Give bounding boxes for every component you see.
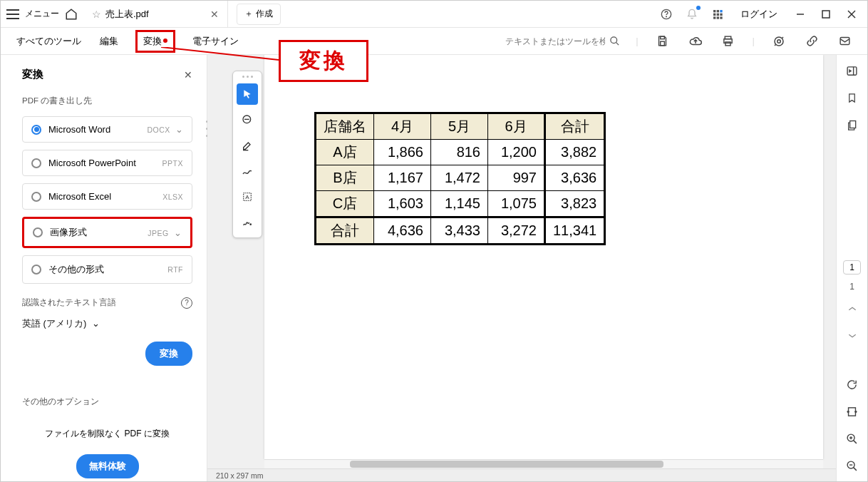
svg-point-1 — [666, 16, 667, 16]
language-label: 認識されたテキスト言語 — [22, 297, 116, 309]
help-icon[interactable] — [656, 4, 676, 24]
svg-rect-17 — [661, 36, 665, 39]
status-bar: 210 x 297 mm — [207, 468, 836, 481]
pages-icon[interactable] — [842, 115, 862, 135]
pointer-tool-icon[interactable] — [237, 83, 258, 105]
table-total-row: 合計 4,636 3,433 3,272 11,341 — [316, 217, 605, 245]
export-option-excel[interactable]: Microsoft Excel XLSX — [22, 183, 192, 210]
notification-bell-icon[interactable] — [682, 4, 702, 24]
svg-point-31 — [250, 224, 251, 225]
highlight-tool-icon[interactable] — [237, 135, 258, 156]
radio-icon — [33, 227, 43, 237]
callout-connector-line — [161, 47, 279, 68]
comment-tool-icon[interactable] — [237, 109, 258, 130]
link-icon[interactable] — [803, 33, 820, 50]
search-field[interactable] — [505, 36, 620, 46]
home-icon[interactable] — [65, 8, 78, 21]
svg-point-15 — [611, 37, 617, 43]
horizontal-scrollbar[interactable] — [264, 459, 823, 468]
current-page-indicator[interactable]: 1 — [843, 260, 861, 275]
fit-width-icon[interactable] — [842, 401, 862, 421]
svg-rect-9 — [717, 16, 719, 19]
bookmark-icon[interactable] — [842, 88, 862, 108]
page-up-icon[interactable] — [842, 299, 862, 319]
trial-button[interactable]: 無料体験 — [76, 454, 139, 478]
svg-line-41 — [854, 467, 857, 470]
pdf-page[interactable]: 店舗名 4月 5月 6月 合計 A店 1,866 816 1,200 3,882 — [264, 55, 823, 459]
document-viewer: 店舗名 4月 5月 6月 合計 A店 1,866 816 1,200 3,882 — [207, 55, 836, 481]
export-option-other[interactable]: その他の形式 RTF — [22, 255, 192, 284]
sales-table: 店舗名 4月 5月 6月 合計 A店 1,866 816 1,200 3,882 — [314, 112, 606, 245]
new-tab-button[interactable]: ＋ 作成 — [237, 4, 281, 25]
export-option-word[interactable]: Microsoft Word DOCX ⌄ — [22, 116, 192, 143]
save-icon[interactable] — [654, 33, 671, 50]
svg-rect-6 — [717, 13, 719, 15]
menu-label[interactable]: メニュー — [25, 8, 59, 20]
login-button[interactable]: ログイン — [733, 5, 785, 24]
print-icon[interactable] — [720, 33, 737, 50]
svg-text:A: A — [245, 194, 249, 200]
ai-assistant-icon[interactable] — [770, 33, 787, 50]
drag-handle-icon[interactable] — [242, 76, 253, 78]
trial-text: ファイルを制限なく PDF に変換 — [22, 428, 192, 440]
callout-dot — [163, 39, 167, 43]
table-header-row: 店舗名 4月 5月 6月 合計 — [316, 113, 605, 140]
search-input[interactable] — [505, 36, 605, 46]
share-icon[interactable] — [836, 33, 853, 50]
zoom-out-icon[interactable] — [842, 456, 862, 476]
new-tab-label: 作成 — [256, 8, 273, 20]
text-select-tool-icon[interactable]: A — [237, 186, 258, 207]
right-sidebar: 1 1 — [836, 55, 867, 481]
svg-rect-2 — [713, 10, 715, 12]
svg-rect-7 — [720, 13, 722, 15]
svg-rect-4 — [720, 10, 722, 12]
rotate-icon[interactable] — [842, 374, 862, 394]
table-row: C店 1,603 1,145 1,075 3,823 — [316, 191, 605, 217]
zoom-in-icon[interactable] — [842, 429, 862, 448]
tab-title: 売上表.pdf — [105, 8, 149, 21]
tab-edit[interactable]: 編集 — [98, 32, 120, 51]
svg-rect-18 — [661, 41, 665, 46]
svg-point-23 — [777, 39, 781, 43]
help-circle-icon[interactable]: ? — [181, 297, 192, 309]
convert-button[interactable]: 変換 — [145, 342, 192, 366]
panel-toggle-icon[interactable] — [842, 61, 862, 81]
total-pages: 1 — [849, 282, 854, 292]
page-dimensions: 210 x 297 mm — [216, 471, 264, 480]
chevron-down-icon: ⌄ — [175, 124, 183, 135]
hamburger-menu[interactable] — [6, 9, 19, 19]
svg-rect-8 — [713, 16, 715, 19]
svg-rect-3 — [717, 10, 719, 12]
convert-panel: 変換 ✕ PDF の書き出し先 Microsoft Word DOCX ⌄ Mi… — [1, 55, 207, 481]
tab-all-tools[interactable]: すべてのツール — [15, 32, 83, 51]
svg-line-37 — [854, 440, 857, 443]
language-dropdown[interactable]: 英語 (アメリカ) ⌄ — [22, 317, 192, 330]
plus-icon: ＋ — [244, 8, 253, 20]
scrollbar-thumb[interactable] — [350, 461, 663, 468]
page-down-icon[interactable] — [842, 326, 862, 346]
other-options-label[interactable]: その他のオプション — [22, 396, 192, 408]
svg-line-25 — [161, 47, 279, 60]
table-row: B店 1,167 1,472 997 3,636 — [316, 165, 605, 191]
panel-title: 変換 — [22, 68, 43, 81]
draw-tool-icon[interactable] — [237, 160, 258, 182]
svg-rect-35 — [849, 407, 856, 415]
search-icon[interactable] — [609, 36, 620, 46]
star-icon[interactable]: ☆ — [92, 9, 101, 20]
document-tab[interactable]: ☆ 売上表.pdf ✕ — [83, 1, 228, 28]
export-option-image[interactable]: 画像形式 JPEG ⌄ — [22, 217, 192, 248]
svg-rect-12 — [822, 11, 830, 18]
page-tools-strip: A — [232, 71, 262, 238]
tab-close-icon[interactable]: ✕ — [210, 9, 219, 20]
panel-close-icon[interactable]: ✕ — [184, 69, 192, 81]
cloud-upload-icon[interactable] — [687, 33, 704, 50]
minimize-icon[interactable] — [790, 4, 810, 24]
chevron-down-icon: ⌄ — [174, 227, 182, 238]
apps-grid-icon[interactable] — [708, 4, 728, 24]
svg-rect-5 — [713, 13, 715, 15]
close-window-icon[interactable] — [842, 4, 862, 24]
export-option-powerpoint[interactable]: Microsoft PowerPoint PPTX — [22, 150, 192, 176]
signature-tool-icon[interactable] — [237, 212, 258, 233]
maximize-icon[interactable] — [816, 4, 836, 24]
radio-icon — [31, 192, 41, 202]
